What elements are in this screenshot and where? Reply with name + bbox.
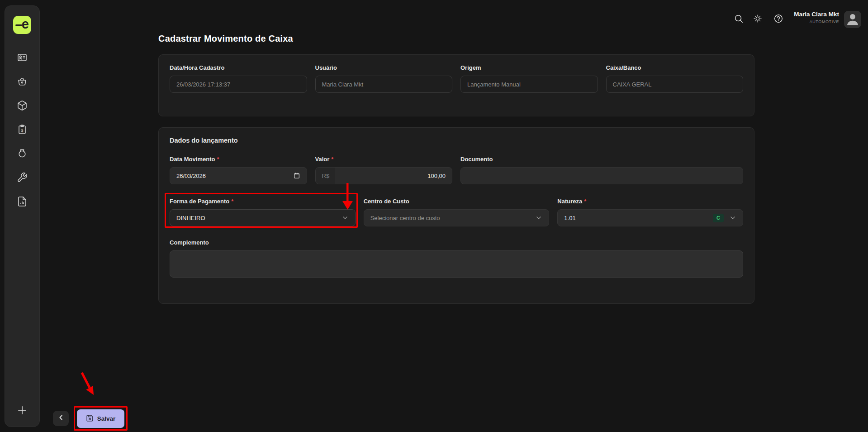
app-logo[interactable]: e <box>13 16 31 34</box>
field-natureza: Natureza* 1.01 C <box>557 198 743 226</box>
save-button[interactable]: Salvar <box>77 409 124 428</box>
sidebar-item-reports[interactable] <box>17 196 28 207</box>
field-label: Documento <box>460 156 743 163</box>
credit-badge: C <box>713 214 724 222</box>
chevron-left-icon <box>57 413 65 423</box>
entry-data-card: Dados do lançamento Data Movimento* 26/0… <box>158 127 754 304</box>
floppy-disk-icon <box>86 414 94 423</box>
avatar[interactable] <box>844 11 861 28</box>
package-icon <box>17 100 28 111</box>
origem-input[interactable]: Lançamento Manual <box>460 76 598 93</box>
field-label: Centro de Custo <box>364 198 550 205</box>
centro-custo-select[interactable]: Selecionar centro de custo <box>364 209 550 226</box>
sun-icon <box>753 17 763 25</box>
field-label: Forma de Pagamento <box>170 198 229 205</box>
currency-prefix: R$ <box>316 168 337 184</box>
search-icon <box>734 17 744 25</box>
forma-pagamento-select[interactable]: DINHEIRO <box>170 209 356 226</box>
field-documento: Documento <box>460 156 743 184</box>
field-label: Complemento <box>170 239 743 246</box>
invoice-clipboard-icon: $ <box>17 124 28 135</box>
page-title: Cadastrar Movimento de Caixa <box>158 34 293 44</box>
user-organization: AUTOMOTIVE <box>794 19 839 24</box>
required-asterisk: * <box>217 156 219 163</box>
sidebar-item-sales[interactable] <box>17 76 28 87</box>
field-caixa-banco: Caixa/Banco CAIXA GERAL <box>606 64 744 93</box>
id-card-icon <box>17 52 28 63</box>
theme-toggle-button[interactable] <box>753 14 766 27</box>
shopping-basket-icon <box>17 76 28 87</box>
person-icon <box>845 11 860 28</box>
field-forma-pagamento: Forma de Pagamento* DINHEIRO <box>170 198 356 226</box>
field-label: Caixa/Banco <box>606 64 744 71</box>
valor-input[interactable]: R$ 100,00 <box>315 167 453 184</box>
chevron-down-icon <box>342 214 349 221</box>
usuario-input[interactable]: Maria Clara Mkt <box>315 76 453 93</box>
entry-card-title: Dados do lançamento <box>170 137 743 144</box>
field-data-movimento: Data Movimento* 26/03/2026 <box>170 156 307 184</box>
required-asterisk: * <box>331 156 333 163</box>
field-usuario: Usuário Maria Clara Mkt <box>315 64 453 93</box>
sidebar-nav: $ <box>17 52 28 207</box>
user-name: Maria Clara Mkt <box>794 11 839 18</box>
user-menu[interactable]: Maria Clara Mkt AUTOMOTIVE <box>794 11 839 24</box>
report-file-icon <box>17 196 28 207</box>
field-label: Natureza <box>557 198 582 205</box>
complemento-textarea[interactable] <box>170 250 743 278</box>
natureza-select[interactable]: 1.01 C <box>557 209 743 226</box>
field-label: Usuário <box>315 64 453 71</box>
caixa-banco-input[interactable]: CAIXA GERAL <box>606 76 744 93</box>
help-button[interactable] <box>773 14 787 27</box>
field-valor: Valor* R$ 100,00 <box>315 156 453 184</box>
field-centro-custo: Centro de Custo Selecionar centro de cus… <box>364 198 550 226</box>
field-label: Data/Hora Cadastro <box>170 64 307 71</box>
chevron-down-icon <box>729 214 736 221</box>
field-origem: Origem Lançamento Manual <box>460 64 598 93</box>
registration-info-card: Data/Hora Cadastro 26/03/2026 17:13:37 U… <box>158 54 754 116</box>
back-button[interactable] <box>53 411 69 426</box>
sidebar-item-finance[interactable] <box>17 148 28 159</box>
field-data-hora-cadastro: Data/Hora Cadastro 26/03/2026 17:13:37 <box>170 64 307 93</box>
sidebar: e $ <box>5 5 40 427</box>
help-circle-icon <box>773 17 783 25</box>
plus-icon <box>16 410 28 418</box>
search-button[interactable] <box>734 14 747 27</box>
money-bag-icon <box>17 148 28 159</box>
data-movimento-date-input[interactable]: 26/03/2026 <box>170 167 307 184</box>
documento-input[interactable] <box>460 167 743 184</box>
required-asterisk: * <box>584 198 586 205</box>
logo-letter: e <box>22 17 29 32</box>
sidebar-item-billing[interactable]: $ <box>17 124 28 135</box>
sidebar-item-settings-tools[interactable] <box>17 172 28 183</box>
field-label: Data Movimento <box>170 156 215 163</box>
field-complemento: Complemento <box>170 239 743 279</box>
chevron-down-icon <box>535 214 542 221</box>
sidebar-item-id-card[interactable] <box>17 52 28 63</box>
logo-bar <box>15 24 22 26</box>
field-label: Origem <box>460 64 598 71</box>
required-asterisk: * <box>231 198 233 205</box>
data-hora-cadastro-input[interactable]: 26/03/2026 17:13:37 <box>170 76 307 93</box>
sidebar-item-products[interactable] <box>17 100 28 111</box>
svg-text:$: $ <box>21 128 24 133</box>
field-label: Valor <box>315 156 330 163</box>
wrench-icon <box>17 172 28 183</box>
add-new-button[interactable] <box>16 404 28 417</box>
save-button-label: Salvar <box>97 415 116 422</box>
calendar-icon[interactable] <box>293 172 300 179</box>
